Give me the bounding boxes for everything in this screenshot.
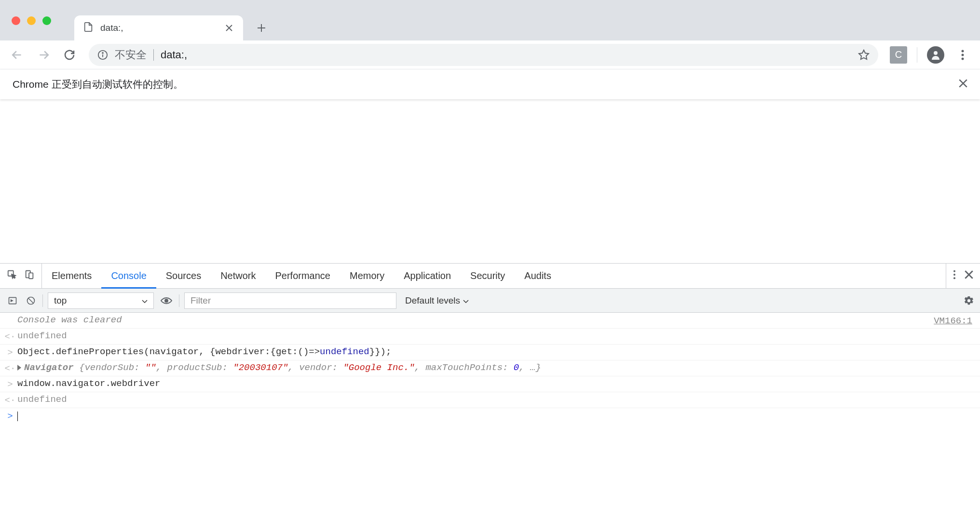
forward-button[interactable] bbox=[32, 43, 55, 66]
tab-security[interactable]: Security bbox=[461, 264, 515, 288]
tab-audits[interactable]: Audits bbox=[515, 264, 561, 288]
extension-icon[interactable]: C bbox=[890, 46, 907, 64]
security-status-label: 不安全 bbox=[115, 48, 147, 62]
source-link[interactable]: VM166:1 bbox=[934, 315, 972, 326]
device-toolbar-icon[interactable] bbox=[24, 269, 35, 282]
output-arrow-icon: <· bbox=[5, 331, 15, 342]
tab-application[interactable]: Application bbox=[394, 264, 461, 288]
reload-button[interactable] bbox=[58, 43, 81, 66]
devtools-more-icon[interactable] bbox=[953, 269, 956, 282]
svg-point-12 bbox=[953, 274, 955, 276]
automation-infobar: Chrome 正受到自动测试软件的控制。 bbox=[0, 69, 980, 99]
url-text: data:, bbox=[161, 49, 187, 61]
devtools-panel: Elements Console Sources Network Perform… bbox=[0, 263, 980, 425]
svg-point-16 bbox=[165, 299, 168, 302]
console-output[interactable]: Console was cleared VM166:1 <· undefined… bbox=[0, 313, 980, 425]
tab-close-button[interactable] bbox=[224, 23, 234, 33]
devtools-tab-bar: Elements Console Sources Network Perform… bbox=[0, 264, 980, 289]
console-filter-input[interactable] bbox=[184, 292, 396, 309]
live-expression-icon[interactable] bbox=[159, 295, 174, 306]
bookmark-star-icon[interactable] bbox=[858, 49, 870, 61]
tab-console[interactable]: Console bbox=[101, 264, 156, 288]
svg-point-4 bbox=[934, 51, 938, 55]
expand-triangle-icon[interactable] bbox=[17, 365, 21, 371]
console-prompt[interactable]: > bbox=[0, 408, 980, 425]
browser-tab-strip: data:, bbox=[0, 0, 980, 40]
svg-point-5 bbox=[962, 50, 964, 52]
browser-toolbar: 不安全 data:, C bbox=[0, 40, 980, 69]
inspect-element-icon[interactable] bbox=[7, 269, 17, 282]
window-close-button[interactable] bbox=[12, 16, 20, 25]
omnibox-divider bbox=[153, 49, 154, 61]
window-minimize-button[interactable] bbox=[27, 16, 36, 25]
output-arrow-icon: <· bbox=[5, 394, 15, 406]
page-content bbox=[0, 99, 980, 263]
tab-title: data:, bbox=[100, 23, 217, 33]
input-chevron-icon: > bbox=[5, 410, 15, 422]
console-output-navigator[interactable]: <· Navigator {vendorSub: "", productSub:… bbox=[0, 360, 980, 376]
browser-tab[interactable]: data:, bbox=[74, 15, 243, 40]
back-button[interactable] bbox=[6, 43, 29, 66]
console-sidebar-toggle-icon[interactable] bbox=[6, 294, 19, 307]
console-output-undefined: <· undefined bbox=[0, 329, 980, 345]
console-settings-icon[interactable] bbox=[964, 295, 974, 306]
output-arrow-icon: <· bbox=[5, 362, 15, 374]
devtools-close-icon[interactable] bbox=[965, 270, 973, 281]
infobar-message: Chrome 正受到自动测试软件的控制。 bbox=[13, 78, 183, 91]
execution-context-select[interactable]: top bbox=[48, 292, 154, 309]
clear-console-icon[interactable] bbox=[24, 294, 38, 307]
svg-point-2 bbox=[102, 52, 103, 53]
log-levels-select[interactable]: Default levels bbox=[401, 295, 473, 306]
console-message-cleared: Console was cleared VM166:1 bbox=[0, 313, 980, 329]
tab-network[interactable]: Network bbox=[211, 264, 265, 288]
new-tab-button[interactable] bbox=[252, 18, 271, 38]
tab-elements[interactable]: Elements bbox=[42, 264, 101, 288]
address-bar[interactable]: 不安全 data:, bbox=[89, 44, 878, 66]
chevron-down-icon bbox=[142, 295, 148, 306]
chevron-down-icon bbox=[463, 295, 469, 306]
svg-point-11 bbox=[953, 270, 955, 272]
tab-sources[interactable]: Sources bbox=[156, 264, 211, 288]
console-output-undefined: <· undefined bbox=[0, 392, 980, 408]
file-icon bbox=[83, 22, 94, 34]
console-input-line: > window.navigator.webdriver bbox=[0, 376, 980, 392]
svg-point-13 bbox=[953, 277, 955, 279]
tab-memory[interactable]: Memory bbox=[340, 264, 394, 288]
console-input-line: > Object.defineProperties(navigator, {we… bbox=[0, 345, 980, 360]
chrome-menu-button[interactable] bbox=[951, 49, 974, 61]
svg-rect-10 bbox=[29, 273, 33, 279]
text-cursor bbox=[17, 412, 18, 421]
input-chevron-icon: > bbox=[5, 346, 15, 358]
window-fullscreen-button[interactable] bbox=[42, 16, 51, 25]
site-info-icon[interactable] bbox=[97, 50, 108, 60]
svg-point-6 bbox=[962, 53, 964, 56]
tab-performance[interactable]: Performance bbox=[266, 264, 340, 288]
profile-avatar[interactable] bbox=[927, 46, 944, 64]
console-toolbar: top Default levels bbox=[0, 289, 980, 313]
context-value: top bbox=[54, 295, 67, 306]
svg-marker-3 bbox=[859, 50, 869, 59]
svg-point-7 bbox=[962, 57, 964, 60]
input-chevron-icon: > bbox=[5, 378, 15, 390]
toolbar-separator bbox=[917, 47, 917, 63]
window-controls bbox=[12, 16, 51, 25]
infobar-close-button[interactable] bbox=[959, 79, 967, 90]
